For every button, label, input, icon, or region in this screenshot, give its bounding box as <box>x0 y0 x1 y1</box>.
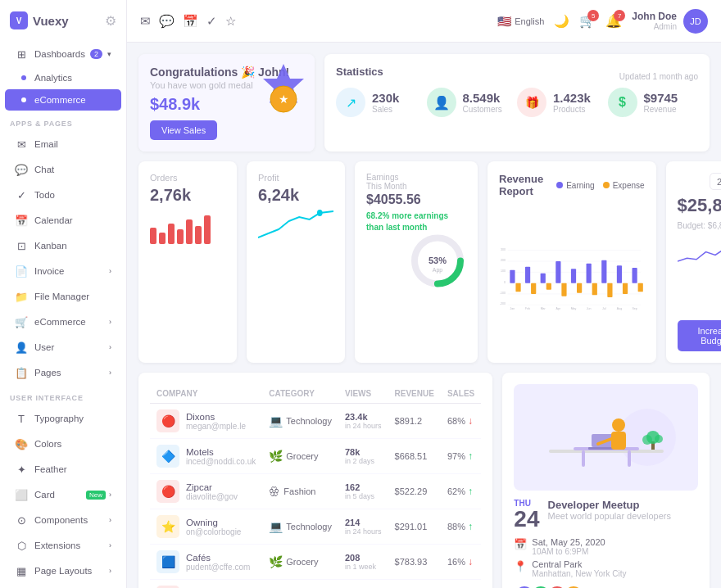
svg-point-3 <box>317 210 323 216</box>
stat-products-label: Products <box>553 105 591 114</box>
event-subtitle: Meet world popular developers <box>548 511 671 521</box>
sidebar-item-ecommerce[interactable]: eCommerce <box>5 89 121 111</box>
svg-text:Mar: Mar <box>541 307 546 310</box>
sidebar-item-filemanager[interactable]: 📁 File Manager <box>5 284 121 309</box>
user-profile[interactable]: John Doe Admin JD <box>632 9 708 34</box>
svg-rect-20 <box>510 270 515 283</box>
event-card: THU 24 Developer Meetup Meet world popul… <box>502 373 710 588</box>
calendar-detail-icon: 📅 <box>514 538 527 550</box>
svg-rect-36 <box>623 283 628 294</box>
svg-text:200: 200 <box>501 259 506 262</box>
stat-revenue: $ $9745 Revenue <box>608 88 699 117</box>
sidebar-item-calendar[interactable]: 📅 Calendar <box>5 208 121 233</box>
cell-company: 🔷 Motels inced@noddi.co.uk <box>150 439 262 474</box>
sidebar-item-components[interactable]: ⊙ Components › <box>5 508 121 532</box>
sidebar-item-extensions[interactable]: ⬡ Extensions › <box>5 533 121 558</box>
view-sales-button[interactable]: View Sales <box>150 120 217 140</box>
views-value: 78k <box>345 447 382 457</box>
feather-icon: ✦ <box>15 463 28 476</box>
cell-company: 🔴 Dixons megan@mple.le <box>150 404 262 439</box>
table-row: ⭐ Owning on@colorbogie 💻 Technology 214 … <box>150 509 481 545</box>
check-header-icon[interactable]: ✓ <box>206 14 217 29</box>
earning-legend: Earning <box>556 181 594 190</box>
orders-bars <box>150 211 225 244</box>
profit-card: Profit 6,24k <box>247 161 345 363</box>
event-location-sub: Manhattan, New York City <box>532 569 626 578</box>
table-row: ⚡ Kmart Bon@kwiie.com 🏵 Fashion 990 in 1… <box>150 580 481 589</box>
sidebar-item-pagelayouts[interactable]: ▦ Page Layouts › <box>5 559 121 583</box>
table-row: 🔴 Zipcar diavolite@gov 🏵 Fashion 162 in … <box>150 474 481 509</box>
language-selector[interactable]: 🇺🇸 English <box>497 15 544 28</box>
svg-rect-32 <box>561 283 566 296</box>
company-email: on@colorbogie <box>186 527 241 536</box>
sales-value: 97% <box>447 451 465 461</box>
expense-dot <box>603 182 610 188</box>
calendar-header-icon[interactable]: 📅 <box>183 14 198 29</box>
event-date-section: THU 24 Developer Meetup Meet world popul… <box>514 499 698 531</box>
svg-text:Jan: Jan <box>510 307 515 310</box>
col-company: COMPANY <box>150 384 262 404</box>
year-selector[interactable]: 2020 ▾ <box>710 173 721 190</box>
col-category: CATEGORY <box>262 384 338 404</box>
sidebar-item-dashboards[interactable]: ⊞ Dashboards 2 ▾ <box>5 42 121 66</box>
svg-point-54 <box>612 418 625 432</box>
svg-rect-23 <box>555 261 560 283</box>
revenue-header: Revenue Report Earning Expense <box>499 173 645 197</box>
svg-text:-200: -200 <box>500 302 506 305</box>
budget-label: Budget: $6,800 <box>678 221 721 230</box>
cell-revenue: $783.93 <box>388 545 441 580</box>
company-email: inced@noddi.co.uk <box>186 457 256 466</box>
sales-value: 68% <box>447 416 465 426</box>
star-header-icon[interactable]: ☆ <box>225 14 236 29</box>
sidebar-item-colors[interactable]: 🎨 Colors <box>5 432 121 456</box>
stat-customers: 👤 8.549k Customers <box>427 88 518 117</box>
earnings-amount: $4055.56 <box>366 192 466 207</box>
header-right: 🇺🇸 English 🌙 🛒 5 🔔 7 John Doe Admin JD <box>497 9 708 34</box>
sidebar-item-feather[interactable]: ✦ Feather <box>5 457 121 482</box>
main-area: ✉ 💬 📅 ✓ ☆ 🇺🇸 English 🌙 🛒 5 🔔 7 John D <box>127 0 721 588</box>
cell-sales: 62% ↑ <box>441 474 481 509</box>
mail-icon[interactable]: ✉ <box>140 14 151 29</box>
svg-text:★: ★ <box>279 93 289 106</box>
cart-button[interactable]: 🛒 5 <box>579 13 596 29</box>
dashboard-icon: ⊞ <box>15 47 28 61</box>
sales-value: 88% <box>447 522 465 531</box>
cell-views: 162 in 5 days <box>338 474 388 509</box>
orders-value: 2,76k <box>150 186 225 205</box>
sidebar-item-kanban[interactable]: ⊡ Kanban <box>5 233 121 258</box>
svg-rect-25 <box>587 264 592 283</box>
comment-icon[interactable]: 💬 <box>159 14 175 29</box>
sidebar-item-card[interactable]: ⬜ Card New › <box>5 482 121 507</box>
cell-revenue: $891.2 <box>388 404 441 439</box>
sidebar-item-analytics[interactable]: Analytics <box>5 67 121 88</box>
increase-budget-button[interactable]: Increase Budget <box>678 320 721 351</box>
company-logo: 🔴 <box>156 480 179 503</box>
sidebar-item-user[interactable]: 👤 User › <box>5 335 121 360</box>
svg-rect-27 <box>617 265 622 283</box>
category-name: Grocery <box>286 557 318 567</box>
sidebar-item-invoice[interactable]: 📄 Invoice › <box>5 259 121 283</box>
moon-icon[interactable]: 🌙 <box>554 14 569 29</box>
logo-icon: V <box>10 11 28 29</box>
budget-amount: $25,852 <box>678 195 721 216</box>
bell-button[interactable]: 🔔 7 <box>605 13 622 29</box>
sidebar-item-email[interactable]: ✉ Email <box>5 132 121 156</box>
section-forms: FORMS & TABLES <box>0 584 126 588</box>
svg-rect-35 <box>607 283 612 297</box>
ecommerce-icon: 🛒 <box>15 315 28 328</box>
settings-icon[interactable]: ⚙ <box>105 13 116 29</box>
svg-text:-100: -100 <box>500 292 506 295</box>
earnings-title: Earnings <box>366 173 466 182</box>
sidebar-item-ecommerce2[interactable]: 🛒 eCommerce › <box>5 310 121 334</box>
company-logo: 🔷 <box>156 445 179 468</box>
sidebar-item-typography[interactable]: T Typography <box>5 406 121 431</box>
svg-text:App: App <box>433 267 443 274</box>
sidebar-item-todo[interactable]: ✓ Todo <box>5 183 121 207</box>
pages-icon: 📋 <box>15 366 28 379</box>
svg-text:0: 0 <box>504 281 506 284</box>
sidebar-item-chat[interactable]: 💬 Chat <box>5 157 121 182</box>
cell-company: 🔴 Zipcar diavolite@gov <box>150 474 262 509</box>
stat-customers-label: Customers <box>463 105 502 114</box>
sidebar-item-pages[interactable]: 📋 Pages › <box>5 360 121 385</box>
company-name: Owning <box>186 518 241 527</box>
